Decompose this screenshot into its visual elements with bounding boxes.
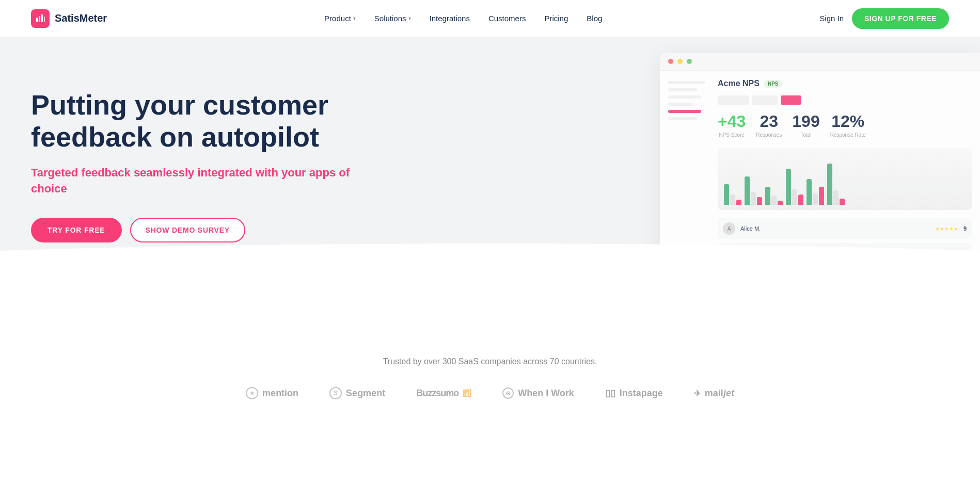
bar-promoter <box>807 179 812 205</box>
bar-detractor <box>757 197 762 205</box>
dash-sidebar-item <box>668 88 697 91</box>
logo-segment: S Segment <box>329 387 385 399</box>
dash-filter[interactable] <box>718 95 749 105</box>
bar-promoter <box>765 187 770 205</box>
dash-main-content: Acme NPS NPS +43 NPS Score <box>718 79 972 264</box>
brand-name: SatisMeter <box>55 12 107 24</box>
respondent-name: Alice M. <box>740 225 930 232</box>
nps-score: 9 <box>963 225 967 232</box>
navbar: SatisMeter Product ▾ Solutions ▾ Integra… <box>0 0 980 37</box>
dash-header <box>660 53 980 71</box>
logos-row: ★ mention S Segment Buzzsumo 📶 ⊙ When I … <box>31 387 949 399</box>
dash-metric-responses: 23 Responses <box>756 112 782 138</box>
bar-group-6 <box>827 164 845 205</box>
dash-sidebar <box>668 79 709 264</box>
dash-responses-label: Responses <box>756 132 782 138</box>
bar-group-1 <box>724 184 741 205</box>
hero-title: Putting your customer feedback on autopi… <box>31 89 382 153</box>
instapage-icon: ▯▯ <box>605 387 615 399</box>
bar-promoter <box>827 164 832 205</box>
logo-instapage: ▯▯ Instapage <box>605 387 663 399</box>
svg-rect-1 <box>39 16 40 22</box>
buzzsumo-wifi-icon: 📶 <box>463 389 471 397</box>
dash-filter-active[interactable] <box>781 95 801 105</box>
logo-wheniwork: ⊙ When I Work <box>502 387 574 399</box>
hero-subtitle: Targeted feedback seamlessly integrated … <box>31 165 382 197</box>
list-item: B Bob K. ★★★★★ 10 <box>718 243 972 264</box>
logo-mailjet: ✈ mailjet <box>694 388 734 399</box>
hero-section: Putting your customer feedback on autopi… <box>0 37 980 326</box>
mailjet-icon: ✈ <box>694 388 701 398</box>
bar-passive <box>751 192 756 205</box>
nav-blog[interactable]: Blog <box>579 10 609 27</box>
hero-content: Putting your customer feedback on autopi… <box>31 78 382 242</box>
dash-chart <box>718 148 972 210</box>
show-demo-survey-button[interactable]: SHOW DEMO SURVEY <box>130 218 245 242</box>
dash-rate-label: Response Rate <box>830 132 866 138</box>
nav-solutions[interactable]: Solutions ▾ <box>367 10 418 27</box>
nav-right: Sign In SIGN UP FOR FREE <box>819 8 949 29</box>
logo-instapage-label: Instapage <box>620 388 663 399</box>
bar-group-2 <box>745 176 762 205</box>
bar-group-3 <box>765 187 783 205</box>
dash-metric-rate: 12% Response Rate <box>830 112 866 138</box>
avatar: B <box>723 247 735 260</box>
dash-title-row: Acme NPS NPS <box>718 79 972 88</box>
list-item: A Alice M. ★★★★★ 9 <box>718 218 972 239</box>
svg-rect-0 <box>36 18 38 22</box>
dash-nps-label: NPS Score <box>718 132 746 138</box>
nav-integrations[interactable]: Integrations <box>422 10 477 27</box>
hero-buttons: TRY FOR FREE SHOW DEMO SURVEY <box>31 218 382 242</box>
svg-rect-3 <box>44 17 45 22</box>
dashboard-mockup: Acme NPS NPS +43 NPS Score <box>660 53 980 311</box>
dash-title: Acme NPS <box>718 79 760 88</box>
logo-segment-label: Segment <box>346 388 385 399</box>
wheniwork-icon: ⊙ <box>502 387 514 399</box>
nps-score: 10 <box>960 250 967 256</box>
signin-link[interactable]: Sign In <box>819 14 844 23</box>
dash-body: Acme NPS NPS +43 NPS Score <box>660 71 980 272</box>
dash-rate-value: 12% <box>830 112 866 131</box>
bar-promoter <box>786 169 791 205</box>
dash-metric-total: 199 Total <box>792 112 819 138</box>
dash-responses-value: 23 <box>756 112 782 131</box>
star-rating: ★★★★★ <box>935 226 958 232</box>
dash-total-label: Total <box>792 132 819 138</box>
bar-passive <box>730 195 735 205</box>
logo-mention-label: mention <box>262 388 298 399</box>
logo-svg <box>35 13 45 24</box>
bar-detractor <box>798 195 803 205</box>
dash-total-value: 199 <box>792 112 819 131</box>
signup-button[interactable]: SIGN UP FOR FREE <box>852 8 949 29</box>
dash-badge: NPS <box>764 80 783 88</box>
chevron-down-icon: ▾ <box>353 15 356 21</box>
bar-passive <box>792 189 797 205</box>
segment-icon: S <box>329 387 342 399</box>
window-maximize-dot <box>687 59 692 64</box>
nav-pricing[interactable]: Pricing <box>537 10 575 27</box>
avatar: A <box>723 222 735 235</box>
trust-section: Trusted by over 300 SaaS companies acros… <box>0 326 980 420</box>
window-minimize-dot <box>677 59 683 64</box>
logo[interactable]: SatisMeter <box>31 9 107 28</box>
mention-icon: ★ <box>246 387 258 399</box>
star-rating: ★★★★★ <box>932 251 955 256</box>
bar-detractor <box>840 199 845 205</box>
dash-sidebar-item <box>668 117 697 120</box>
logo-wheniwork-label: When I Work <box>518 388 574 399</box>
dash-metric-nps: +43 NPS Score <box>718 112 746 138</box>
nav-product[interactable]: Product ▾ <box>317 10 363 27</box>
chevron-down-icon: ▾ <box>408 15 411 21</box>
bar-passive <box>771 196 777 205</box>
logo-mailjet-label: mailjet <box>705 388 734 399</box>
dash-filter[interactable] <box>752 95 778 105</box>
nav-links: Product ▾ Solutions ▾ Integrations Custo… <box>317 10 609 27</box>
dash-sidebar-item <box>668 103 693 106</box>
logo-icon <box>31 9 50 28</box>
try-for-free-button[interactable]: TRY FOR FREE <box>31 218 122 242</box>
dash-sidebar-item-active <box>668 110 701 113</box>
dash-filter-bar <box>718 95 972 105</box>
dash-sidebar-item <box>668 81 705 84</box>
bar-detractor <box>819 187 824 205</box>
nav-customers[interactable]: Customers <box>481 10 533 27</box>
